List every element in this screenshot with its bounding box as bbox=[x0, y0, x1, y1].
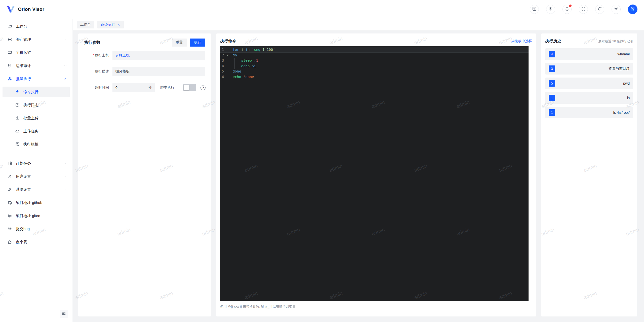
history-count-badge: 1 bbox=[549, 95, 555, 101]
params-panel-title: 执行参数 bbox=[84, 40, 100, 45]
sidebar-item-exec-template[interactable]: 执行模板 bbox=[3, 139, 70, 150]
history-row[interactable]: 3 查看当前目录 bbox=[545, 63, 633, 75]
sidebar-item-like[interactable]: 点个赞~ bbox=[3, 237, 70, 247]
chevron-down-icon bbox=[64, 188, 67, 191]
history-row[interactable]: 4 whoami bbox=[545, 48, 633, 60]
user-avatar[interactable]: 管 bbox=[628, 5, 637, 14]
code-line-4[interactable]: 4 echo $i bbox=[220, 63, 529, 69]
history-command: pwd bbox=[555, 81, 630, 85]
fullscreen-button[interactable] bbox=[579, 5, 588, 14]
upload-icon bbox=[15, 116, 20, 120]
chevron-down-icon bbox=[64, 175, 67, 178]
tab-command-exec[interactable]: 命令执行 bbox=[97, 21, 124, 28]
sidebar-item-system-settings[interactable]: 系统设置 bbox=[3, 184, 70, 195]
sidebar-item-command-exec[interactable]: 命令执行 bbox=[3, 87, 70, 97]
desc-field-label: 执行描述 bbox=[84, 69, 112, 74]
lightning-icon bbox=[15, 90, 20, 94]
audit-shield-icon bbox=[8, 63, 12, 68]
calendar-clock-icon bbox=[8, 161, 12, 166]
sidebar-item-bug[interactable]: 提交bug bbox=[3, 224, 70, 234]
host-ops-icon bbox=[8, 50, 12, 55]
gitee-icon bbox=[8, 213, 12, 218]
refresh-icon bbox=[597, 7, 602, 12]
sidebar-item-gitee[interactable]: 项目地址 gitee bbox=[3, 210, 70, 221]
history-row[interactable]: 1 ls -la /root/ bbox=[545, 107, 633, 118]
chevron-down-icon bbox=[64, 162, 67, 165]
theme-toggle-button[interactable] bbox=[546, 5, 555, 14]
sidebar-item-workbench[interactable]: 工作台 bbox=[3, 21, 70, 32]
collapse-sidebar-button[interactable] bbox=[60, 310, 68, 318]
timeout-value: 0 bbox=[115, 86, 117, 90]
bug-icon bbox=[8, 227, 12, 231]
notification-badge bbox=[569, 5, 572, 7]
api-code-button[interactable] bbox=[530, 5, 539, 14]
sidebar-item-github[interactable]: 项目地址 github bbox=[3, 197, 70, 208]
bell-icon bbox=[565, 7, 569, 12]
exec-params-panel: 执行参数 重置 执行 *执行主机 选择主机 执行描述 循环模板 超时时间 bbox=[78, 33, 211, 316]
command-panel-title: 执行命令 bbox=[220, 39, 236, 44]
user-icon bbox=[8, 174, 12, 179]
code-line-1[interactable]: 1for i in `seq 1 100` bbox=[220, 47, 529, 53]
history-command: ls -la /root/ bbox=[555, 111, 630, 115]
exec-description-input[interactable]: 循环模板 bbox=[112, 67, 205, 76]
tab-workbench[interactable]: 工作台 bbox=[77, 21, 94, 28]
history-row[interactable]: 1 ls bbox=[545, 92, 633, 104]
host-field-label: *执行主机 bbox=[84, 53, 112, 58]
clock-history-icon bbox=[15, 103, 20, 107]
params-form: *执行主机 选择主机 执行描述 循环模板 超时时间 0 秒 脚本执行 ? bbox=[84, 51, 205, 92]
select-host-field[interactable]: 选择主机 bbox=[112, 51, 205, 60]
orion-visor-logo-icon bbox=[7, 6, 15, 13]
header: Orion Visor 管 bbox=[0, 0, 644, 19]
code-editor[interactable]: 1for i in `seq 1 100`2∨do3 sleep .14 ech… bbox=[220, 46, 529, 301]
sidebar: 工作台 资产管理 主机运维 运维审计 批量执行 命令执行 执行日志 bbox=[0, 19, 72, 322]
avatar-text: 管 bbox=[631, 7, 635, 12]
script-exec-toggle[interactable] bbox=[183, 84, 196, 91]
tab-bar: 工作台 命令执行 bbox=[73, 19, 644, 30]
history-panel-subtitle: 展示最近 20 条执行记录 bbox=[598, 39, 633, 44]
sidebar-item-scheduled-tasks[interactable]: 计划任务 bbox=[3, 158, 70, 169]
sidebar-item-host-ops[interactable]: 主机运维 bbox=[3, 47, 70, 58]
code-line-5[interactable]: 5done bbox=[220, 69, 529, 74]
app-title: Orion Visor bbox=[18, 7, 44, 12]
settings-button[interactable] bbox=[612, 5, 621, 14]
sidebar-item-ops-audit[interactable]: 运维审计 bbox=[3, 60, 70, 71]
fold-chevron-icon[interactable]: ∨ bbox=[227, 53, 229, 58]
thumbs-up-icon bbox=[8, 240, 12, 244]
history-list: 4 whoami 3 查看当前目录 5 pwd 1 ls 1 ls -la bbox=[545, 48, 633, 118]
history-count-badge: 4 bbox=[549, 51, 555, 57]
notifications-button[interactable] bbox=[562, 5, 572, 14]
history-panel-title: 执行历史 bbox=[545, 39, 561, 44]
workbench-icon bbox=[8, 24, 12, 29]
run-button[interactable]: 执行 bbox=[190, 39, 205, 47]
sidebar-item-user-settings[interactable]: 用户设置 bbox=[3, 171, 70, 182]
code-line-3[interactable]: 3 sleep .1 bbox=[220, 58, 529, 63]
sidebar-item-exec-log[interactable]: 执行日志 bbox=[3, 100, 70, 110]
collapse-icon bbox=[62, 311, 66, 317]
refresh-button[interactable] bbox=[595, 5, 604, 14]
history-count-badge: 3 bbox=[549, 65, 555, 72]
chevron-up-icon bbox=[64, 77, 67, 81]
tab-close-icon[interactable] bbox=[117, 23, 120, 26]
required-asterisk: * bbox=[93, 53, 94, 57]
timeout-suffix: 秒 bbox=[148, 85, 152, 90]
timeout-input[interactable]: 0 秒 bbox=[112, 83, 155, 92]
select-from-template-link[interactable]: 从模板中选择 bbox=[511, 39, 532, 44]
sidebar-item-assets[interactable]: 资产管理 bbox=[3, 34, 70, 45]
help-icon[interactable]: ? bbox=[200, 85, 206, 90]
reset-button[interactable]: 重置 bbox=[172, 39, 187, 47]
github-icon bbox=[8, 200, 12, 205]
gear-icon bbox=[614, 7, 618, 12]
logo[interactable]: Orion Visor bbox=[7, 6, 44, 13]
history-row[interactable]: 5 pwd bbox=[545, 78, 633, 89]
sidebar-item-batch-exec[interactable]: 批量执行 bbox=[3, 74, 70, 84]
wrench-icon bbox=[8, 187, 12, 192]
asset-management-icon bbox=[8, 37, 12, 42]
code-line-2[interactable]: 2∨do bbox=[220, 53, 529, 58]
code-line-6[interactable]: 6echo 'done' bbox=[220, 74, 529, 80]
history-count-badge: 5 bbox=[549, 80, 555, 87]
chevron-down-icon bbox=[64, 51, 67, 54]
code-icon bbox=[532, 7, 537, 12]
sidebar-item-upload-tasks[interactable]: 上传任务 bbox=[3, 126, 70, 136]
app-root: Orion Visor 管 bbox=[0, 0, 644, 322]
sidebar-item-batch-upload[interactable]: 批量上传 bbox=[3, 113, 70, 123]
